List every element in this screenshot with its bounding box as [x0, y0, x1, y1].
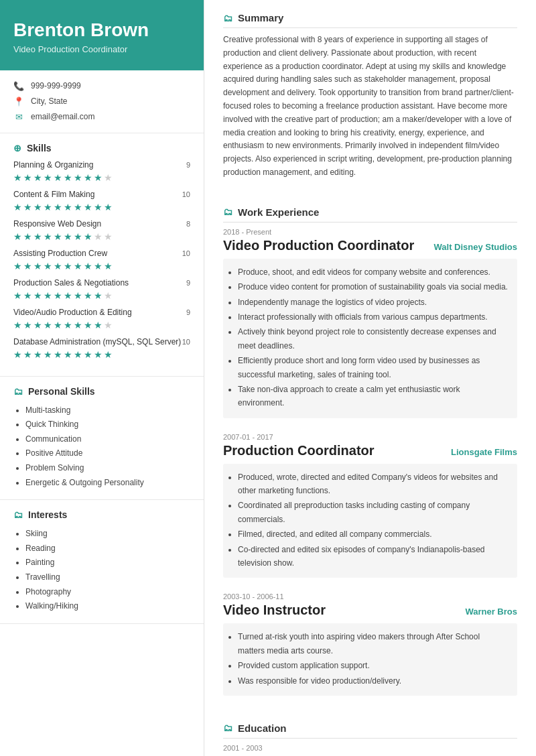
filled-star: ★ [23, 231, 32, 242]
filled-star: ★ [13, 261, 22, 271]
filled-star: ★ [64, 202, 72, 212]
job-bullet: Efficiently produce short and long form … [238, 354, 508, 381]
skill-score: 9 [186, 161, 190, 169]
work-experience-label: Work Experience [238, 206, 319, 218]
filled-star: ★ [23, 290, 32, 301]
interest-item: Skiing [25, 527, 190, 542]
summary-title: 🗂 Summary [223, 12, 517, 28]
personal-skill-item: Problem Solving [25, 461, 190, 476]
job-title: Video Instructor [223, 603, 326, 618]
filled-star: ★ [74, 172, 82, 183]
filled-star: ★ [23, 349, 32, 360]
interests-section-title: 🗂 Interests [13, 509, 190, 520]
work-icon: 🗂 [223, 206, 232, 217]
filled-star: ★ [34, 231, 42, 242]
filled-star: ★ [34, 261, 42, 271]
candidate-title: Video Production Coordinator [13, 44, 190, 54]
filled-star: ★ [23, 202, 32, 212]
job-title: Video Production Coordinator [223, 238, 414, 253]
work-experience-section: 🗂 Work Experience 2018 - PresentVideo Pr… [223, 194, 517, 696]
job-bullet: Turned at-risk youth into aspiring video… [238, 630, 508, 657]
job-bullet: Produce, shoot, and edit videos for comp… [238, 265, 508, 279]
skill-score: 9 [186, 308, 190, 316]
filled-star: ★ [44, 349, 52, 360]
filled-star: ★ [13, 202, 22, 212]
filled-star: ★ [23, 261, 32, 271]
filled-star: ★ [44, 231, 52, 242]
personal-skill-item: Communication [25, 432, 190, 447]
skill-score: 10 [182, 190, 190, 198]
filled-star: ★ [104, 202, 113, 212]
job-bullet: Independently manage the logistics of vi… [238, 296, 508, 309]
sidebar: Brenton Brown Video Production Coordinat… [0, 0, 204, 756]
interests-icon: 🗂 [13, 509, 23, 520]
job-date: 2007-01 - 2017 [223, 433, 517, 441]
job-date: 2003-10 - 2006-11 [223, 592, 517, 601]
job-company: Walt Disney Studios [434, 242, 517, 252]
filled-star: ★ [34, 290, 42, 301]
skill-item: Production Sales & Negotiations9★★★★★★★★… [13, 278, 190, 301]
filled-star: ★ [84, 290, 92, 301]
filled-star: ★ [54, 261, 62, 271]
email-value: email@email.com [31, 112, 95, 121]
skill-name: Assisting Production Crew [13, 249, 107, 258]
education-icon: 🗂 [223, 722, 232, 733]
job-bullet: Produce video content for promotion of s… [238, 280, 508, 294]
filled-star: ★ [64, 261, 72, 271]
contact-phone: 📞 999-999-9999 [13, 81, 190, 91]
filled-star: ★ [54, 290, 62, 301]
filled-star: ★ [23, 320, 32, 330]
interests-list: SkiingReadingPaintingTravellingPhotograp… [13, 527, 190, 614]
filled-star: ★ [44, 261, 52, 271]
skill-stars: ★★★★★★★★★★ [13, 261, 190, 271]
skill-item: Database Administration (mySQL, SQL Serv… [13, 337, 190, 360]
interests-section: 🗂 Interests SkiingReadingPaintingTravell… [0, 500, 204, 624]
filled-star: ★ [34, 349, 42, 360]
personal-skills-label: Personal Skills [28, 386, 95, 397]
filled-star: ★ [64, 349, 72, 360]
personal-skill-item: Positive Attitude [25, 446, 190, 461]
job-bullet: Coordinated all preproduction tasks incl… [238, 499, 508, 526]
job-title: Production Coordinator [223, 443, 375, 458]
skill-stars: ★★★★★★★★★★ [13, 202, 190, 212]
job-bullets: Turned at-risk youth into aspiring video… [223, 623, 517, 696]
filled-star: ★ [23, 172, 32, 183]
filled-star: ★ [94, 349, 103, 360]
skill-name: Responsive Web Design [13, 219, 101, 229]
filled-star: ★ [84, 261, 92, 271]
skill-stars: ★★★★★★★★★★ [13, 320, 190, 330]
filled-star: ★ [54, 231, 62, 242]
empty-star: ★ [94, 231, 103, 242]
filled-star: ★ [54, 349, 62, 360]
summary-label: Summary [238, 12, 283, 23]
job-company: Warner Bros [465, 607, 517, 617]
work-experience-title: 🗂 Work Experience [223, 206, 517, 223]
job-block: 2018 - PresentVideo Production Coordinat… [223, 228, 517, 418]
skill-stars: ★★★★★★★★★★ [13, 349, 190, 360]
job-header: Video Production CoordinatorWalt Disney … [223, 238, 517, 253]
job-company: Lionsgate Films [451, 447, 517, 457]
main-content: 🗂 Summary Creative professional with 8 y… [204, 0, 536, 756]
filled-star: ★ [34, 172, 42, 183]
job-header: Video InstructorWarner Bros [223, 603, 517, 618]
phone-icon: 📞 [13, 81, 24, 91]
filled-star: ★ [84, 349, 92, 360]
interest-item: Walking/Hiking [25, 599, 190, 614]
interest-item: Photography [25, 585, 190, 600]
personal-skills-list: Multi-taskingQuick ThinkingCommunication… [13, 403, 190, 491]
education-title: 🗂 Education [223, 722, 517, 739]
job-bullets: Produce, shoot, and edit videos for comp… [223, 259, 517, 418]
education-label: Education [238, 722, 287, 734]
filled-star: ★ [13, 231, 22, 242]
filled-star: ★ [74, 349, 82, 360]
job-block: 2003-10 - 2006-11Video InstructorWarner … [223, 592, 517, 696]
empty-star: ★ [104, 172, 113, 183]
skill-item: Assisting Production Crew10★★★★★★★★★★ [13, 249, 190, 271]
contact-section: 📞 999-999-9999 📍 City, State ✉ email@ema… [0, 70, 204, 133]
skills-list: Planning & Organizing9★★★★★★★★★★Content … [13, 160, 190, 360]
skill-name: Production Sales & Negotiations [13, 278, 129, 288]
skill-name: Planning & Organizing [13, 160, 93, 170]
skill-item: Content & Film Making10★★★★★★★★★★ [13, 190, 190, 212]
personal-skills-icon: 🗂 [13, 386, 23, 397]
filled-star: ★ [64, 231, 72, 242]
